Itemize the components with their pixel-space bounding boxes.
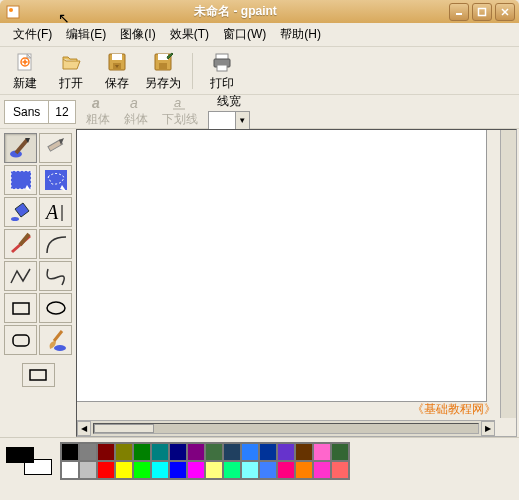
svg-rect-0 xyxy=(7,6,19,18)
svg-text:A: A xyxy=(44,201,59,223)
color-swatch[interactable] xyxy=(151,461,169,479)
menu-file[interactable]: 文件(F) xyxy=(6,23,59,46)
tool-rounded-rect[interactable] xyxy=(4,325,37,355)
font-name: Sans xyxy=(5,101,49,123)
svg-rect-16 xyxy=(159,63,167,69)
color-swatch[interactable] xyxy=(313,443,331,461)
color-swatch[interactable] xyxy=(277,461,295,479)
svg-rect-3 xyxy=(479,8,486,15)
fill-mode-selector[interactable] xyxy=(22,363,55,387)
close-button[interactable] xyxy=(495,3,515,21)
underline-button[interactable]: a 下划线 xyxy=(158,95,202,128)
color-swatch[interactable] xyxy=(187,443,205,461)
color-swatch[interactable] xyxy=(187,461,205,479)
watermark-link[interactable]: 《基础教程网》 xyxy=(412,401,496,418)
save-label: 保存 xyxy=(105,75,129,92)
app-icon xyxy=(4,3,22,21)
tool-polyline[interactable] xyxy=(4,261,37,291)
color-swatch[interactable] xyxy=(259,461,277,479)
scroll-left-icon[interactable]: ◀ xyxy=(77,421,91,436)
open-button[interactable]: 打开 xyxy=(50,47,92,95)
main-toolbar: 新建 打开 保存 另存为 打印 xyxy=(0,47,519,95)
italic-button[interactable]: a 斜体 xyxy=(120,95,152,128)
canvas[interactable] xyxy=(77,130,487,402)
tool-rectangle[interactable] xyxy=(4,293,37,323)
color-swatch[interactable] xyxy=(295,443,313,461)
tool-select-rect[interactable] xyxy=(4,165,37,195)
menu-effects[interactable]: 效果(T) xyxy=(163,23,216,46)
color-swatch[interactable] xyxy=(61,461,79,479)
color-swatch[interactable] xyxy=(97,461,115,479)
bold-button[interactable]: a 粗体 xyxy=(82,95,114,128)
tool-curve[interactable] xyxy=(39,261,72,291)
menu-window[interactable]: 窗口(W) xyxy=(216,23,273,46)
color-swatch[interactable] xyxy=(241,443,259,461)
titlebar: 未命名 - gpaint xyxy=(0,0,519,23)
scroll-right-icon[interactable]: ▶ xyxy=(481,421,495,436)
color-swatch[interactable] xyxy=(115,443,133,461)
tool-line[interactable] xyxy=(4,229,37,259)
color-swatch[interactable] xyxy=(331,443,349,461)
italic-icon: a xyxy=(127,95,145,111)
color-swatch[interactable] xyxy=(169,461,187,479)
svg-line-25 xyxy=(16,140,27,153)
horizontal-scrollbar[interactable]: ◀ ▶ xyxy=(77,420,495,436)
tool-pencil[interactable] xyxy=(4,133,37,163)
color-swatch[interactable] xyxy=(205,461,223,479)
color-swatch[interactable] xyxy=(61,443,79,461)
maximize-button[interactable] xyxy=(472,3,492,21)
underline-label: 下划线 xyxy=(162,111,198,128)
minimize-button[interactable] xyxy=(449,3,469,21)
font-selector[interactable]: Sans 12 xyxy=(4,100,76,124)
color-swatch[interactable] xyxy=(79,443,97,461)
color-swatch[interactable] xyxy=(295,461,313,479)
color-swatch[interactable] xyxy=(205,443,223,461)
svg-rect-10 xyxy=(23,61,28,63)
svg-text:a: a xyxy=(174,95,181,110)
line-width-label: 线宽 xyxy=(217,93,241,110)
color-swatch[interactable] xyxy=(133,461,151,479)
color-swatch[interactable] xyxy=(223,443,241,461)
svg-rect-19 xyxy=(217,65,227,71)
window-title: 未命名 - gpaint xyxy=(22,3,449,20)
color-swatch[interactable] xyxy=(151,443,169,461)
line-width-combo[interactable]: ▼ xyxy=(208,111,250,131)
tool-arc[interactable] xyxy=(39,229,72,259)
print-label: 打印 xyxy=(210,75,234,92)
saveas-button[interactable]: 另存为 xyxy=(142,47,184,95)
tool-fill[interactable] xyxy=(4,197,37,227)
tool-select-lasso[interactable] xyxy=(39,165,72,195)
color-swatch[interactable] xyxy=(313,461,331,479)
foreground-color-swatch[interactable] xyxy=(6,447,34,463)
tool-brush[interactable] xyxy=(39,325,72,355)
color-swatch[interactable] xyxy=(241,461,259,479)
color-swatch[interactable] xyxy=(97,443,115,461)
line-width-preview xyxy=(209,112,235,130)
color-swatch[interactable] xyxy=(223,461,241,479)
color-swatch[interactable] xyxy=(79,461,97,479)
toolbar-separator xyxy=(192,53,193,89)
color-swatch[interactable] xyxy=(115,461,133,479)
fg-bg-swatch[interactable] xyxy=(6,447,52,475)
print-button[interactable]: 打印 xyxy=(201,47,243,95)
menu-image[interactable]: 图像(I) xyxy=(113,23,162,46)
color-swatch[interactable] xyxy=(169,443,187,461)
tool-ellipse[interactable] xyxy=(39,293,72,323)
scroll-track[interactable] xyxy=(93,423,479,434)
saveas-icon xyxy=(151,50,175,74)
tool-eraser[interactable]: ↖ xyxy=(39,133,72,163)
vertical-scrollbar[interactable] xyxy=(500,130,516,418)
color-swatch[interactable] xyxy=(133,443,151,461)
tool-text[interactable]: A xyxy=(39,197,72,227)
color-swatch[interactable] xyxy=(331,461,349,479)
new-button[interactable]: 新建 xyxy=(4,47,46,95)
svg-text:a: a xyxy=(130,95,138,111)
save-button[interactable]: 保存 xyxy=(96,47,138,95)
menu-help[interactable]: 帮助(H) xyxy=(273,23,328,46)
color-swatch[interactable] xyxy=(259,443,277,461)
print-icon xyxy=(210,50,234,74)
color-swatch[interactable] xyxy=(277,443,295,461)
scroll-thumb[interactable] xyxy=(94,424,154,433)
menu-edit[interactable]: 编辑(E) xyxy=(59,23,113,46)
saveas-label: 另存为 xyxy=(145,75,181,92)
